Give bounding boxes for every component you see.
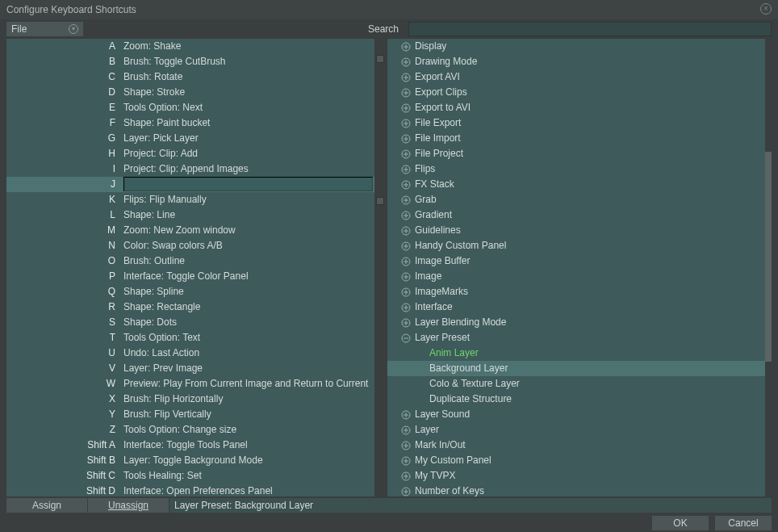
shortcut-row[interactable]: Shift CTools Healing: Set — [6, 468, 374, 484]
shortcut-row[interactable]: QShape: Spline — [6, 284, 374, 300]
tree-child-item[interactable]: Duplicate Structure — [387, 392, 765, 407]
tree-item[interactable]: Drawing Mode — [387, 54, 765, 69]
shortcut-row[interactable]: MZoom: New Zoom window — [6, 223, 374, 238]
shortcut-row[interactable]: Shift AInterface: Toggle Tools Panel — [6, 438, 374, 453]
expand-icon[interactable] — [400, 133, 412, 145]
close-icon[interactable]: × — [760, 3, 772, 15]
expand-icon[interactable] — [400, 210, 412, 221]
tree-item[interactable]: My Custom Panel — [387, 453, 765, 468]
expand-icon[interactable] — [400, 87, 412, 98]
expand-icon[interactable] — [400, 256, 412, 267]
tree-item[interactable]: File Project — [387, 146, 765, 161]
expand-icon[interactable] — [400, 195, 412, 206]
expand-icon[interactable] — [400, 241, 412, 252]
shortcut-row[interactable]: VLayer: Prev Image — [6, 361, 374, 376]
expand-icon[interactable] — [400, 302, 412, 313]
expand-icon[interactable] — [400, 149, 412, 160]
shortcut-row[interactable]: HProject: Clip: Add — [6, 146, 374, 161]
expand-icon[interactable] — [400, 409, 412, 421]
tree-item[interactable]: Grab — [387, 192, 765, 207]
shortcut-row[interactable]: J — [6, 177, 374, 192]
tree-child-item[interactable]: Background Layer — [387, 361, 765, 376]
shortcut-row[interactable]: DShape: Stroke — [6, 85, 374, 100]
tree-item[interactable]: Export AVI — [387, 69, 765, 85]
expand-icon[interactable] — [400, 164, 412, 175]
file-menu-button[interactable]: File ▾ — [6, 22, 83, 36]
splitter[interactable] — [374, 39, 387, 496]
expand-icon[interactable] — [400, 72, 412, 83]
unassign-button[interactable]: Unassign — [88, 498, 169, 513]
tree-item[interactable]: Flips — [387, 161, 765, 177]
shortcut-row[interactable]: BBrush: Toggle CutBrush — [6, 54, 374, 69]
tree-item[interactable]: Layer Blending Mode — [387, 315, 765, 330]
tree-item[interactable]: Interface — [387, 300, 765, 315]
tree-child-item[interactable]: Colo & Texture Layer — [387, 376, 765, 392]
tree-item[interactable]: Gradient — [387, 207, 765, 223]
tree-item[interactable]: Layer — [387, 422, 765, 438]
tree-item[interactable]: Handy Custom Panel — [387, 238, 765, 253]
shortcut-row[interactable]: AZoom: Shake — [6, 39, 374, 54]
shortcut-row[interactable]: SShape: Dots — [6, 315, 374, 330]
scrollbar-thumb[interactable] — [765, 152, 772, 362]
shortcut-row[interactable]: XBrush: Flip Horizontally — [6, 392, 374, 407]
expand-icon[interactable] — [400, 41, 412, 52]
shortcut-row[interactable]: IProject: Clip: Append Images — [6, 161, 374, 177]
collapse-icon[interactable] — [400, 333, 412, 344]
tree-item[interactable]: My TVPX — [387, 468, 765, 484]
tree-item[interactable]: Layer Preset — [387, 330, 765, 346]
shortcut-row[interactable]: NColor: Swap colors A/B — [6, 238, 374, 253]
tree-item[interactable]: Image — [387, 269, 765, 284]
shortcut-row[interactable]: ETools Option: Next — [6, 100, 374, 115]
shortcut-row[interactable]: PInterface: Toggle Color Panel — [6, 269, 374, 284]
tree-item[interactable]: File Import — [387, 131, 765, 146]
expand-icon[interactable] — [400, 486, 412, 497]
shortcut-row[interactable]: GLayer: Pick Layer — [6, 131, 374, 146]
assign-button[interactable]: Assign — [6, 498, 87, 513]
scrollbar[interactable] — [765, 39, 772, 496]
shortcut-key-list[interactable]: AZoom: ShakeBBrush: Toggle CutBrushCBrus… — [6, 39, 374, 496]
expand-icon[interactable] — [400, 225, 412, 237]
expand-icon[interactable] — [400, 118, 412, 129]
tree-item[interactable]: File Export — [387, 115, 765, 131]
tree-item[interactable]: Mark In/Out — [387, 438, 765, 453]
tree-item[interactable]: ImageMarks — [387, 284, 765, 300]
shortcut-row[interactable]: TTools Option: Text — [6, 330, 374, 346]
tree-item[interactable]: Guidelines — [387, 223, 765, 238]
shortcut-action-input[interactable] — [123, 177, 373, 191]
shortcut-row[interactable]: WPreview: Play From Current Image and Re… — [6, 376, 374, 392]
shortcut-row[interactable]: KFlips: Flip Manually — [6, 192, 374, 207]
expand-icon[interactable] — [400, 425, 412, 436]
expand-icon[interactable] — [400, 271, 412, 283]
shortcut-row[interactable]: LShape: Line — [6, 207, 374, 223]
expand-icon[interactable] — [400, 287, 412, 298]
expand-icon[interactable] — [400, 179, 412, 191]
tree-item[interactable]: Number of Keys — [387, 484, 765, 496]
tree-item[interactable]: Display — [387, 39, 765, 54]
expand-icon[interactable] — [400, 440, 412, 451]
search-input[interactable] — [408, 22, 772, 36]
tree-item[interactable]: Image Buffer — [387, 253, 765, 269]
splitter-handle[interactable] — [376, 55, 384, 63]
expand-icon[interactable] — [400, 455, 412, 467]
shortcut-row[interactable]: Shift BLayer: Toggle Background Mode — [6, 453, 374, 468]
tree-child-item[interactable]: Anim Layer — [387, 346, 765, 361]
shortcut-row[interactable]: ZTools Option: Change size — [6, 422, 374, 438]
tree-item[interactable]: Export Clips — [387, 85, 765, 100]
expand-icon[interactable] — [400, 471, 412, 482]
tree-item[interactable]: Layer Sound — [387, 407, 765, 422]
shortcut-row[interactable]: UUndo: Last Action — [6, 346, 374, 361]
shortcut-row[interactable]: CBrush: Rotate — [6, 69, 374, 85]
tree-item[interactable]: Export to AVI — [387, 100, 765, 115]
splitter-handle[interactable] — [376, 197, 384, 205]
shortcut-row[interactable]: FShape: Paint bucket — [6, 115, 374, 131]
shortcut-row[interactable]: YBrush: Flip Vertically — [6, 407, 374, 422]
expand-icon[interactable] — [400, 317, 412, 329]
shortcut-row[interactable]: OBrush: Outline — [6, 253, 374, 269]
shortcut-row[interactable]: Shift DInterface: Open Preferences Panel — [6, 484, 374, 496]
ok-button[interactable]: OK — [652, 516, 709, 530]
tree-item[interactable]: FX Stack — [387, 177, 765, 192]
expand-icon[interactable] — [400, 103, 412, 114]
action-tree[interactable]: DisplayDrawing ModeExport AVIExport Clip… — [387, 39, 765, 496]
expand-icon[interactable] — [400, 57, 412, 68]
shortcut-row[interactable]: RShape: Rectangle — [6, 300, 374, 315]
